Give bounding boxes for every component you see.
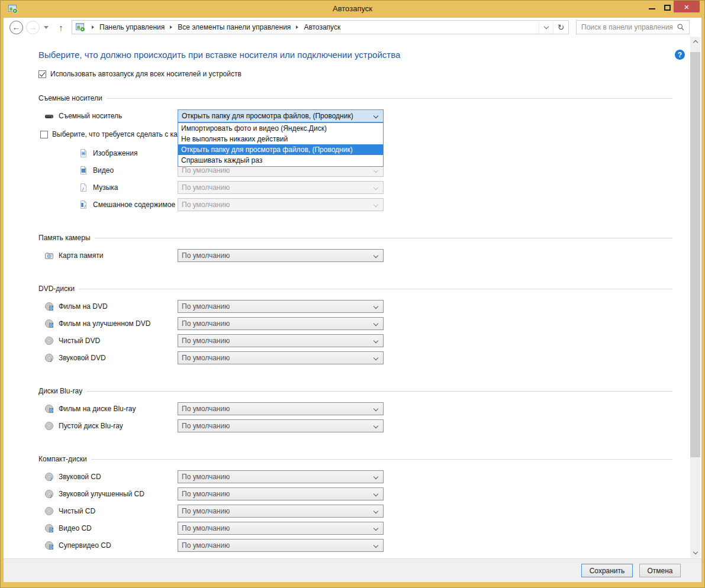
action-select[interactable]: По умолчанию	[178, 402, 384, 415]
action-select[interactable]: По умолчанию	[178, 487, 384, 500]
breadcrumb-separator-icon	[170, 25, 172, 29]
audio-disc-icon: ♪	[44, 353, 54, 363]
search-input[interactable]	[577, 23, 677, 31]
settings-section: Компакт-диски♪Звуковой CDПо умолчанию♪Зв…	[38, 454, 672, 554]
media-row-left: Чистый CD	[44, 506, 178, 516]
action-select-value: По умолчанию	[182, 507, 230, 515]
action-select-value: По умолчанию	[182, 166, 230, 175]
media-row-label: Звуковой DVD	[59, 354, 106, 362]
chevron-down-icon	[374, 321, 378, 325]
autoplay-window: Автозапуск × ← → ↑ Панель управления Все…	[0, 0, 705, 588]
use-autoplay-checkbox[interactable]	[38, 70, 46, 78]
address-dropdown-button[interactable]	[539, 21, 553, 34]
media-row-label: Съемный носитель	[59, 112, 122, 120]
media-row-label: Пустой диск Blu-ray	[59, 422, 123, 430]
chevron-down-icon	[374, 491, 378, 496]
minimize-button[interactable]	[649, 8, 655, 9]
media-row-left: ♪Смешанное содержимое	[79, 200, 178, 209]
vertical-scrollbar	[690, 37, 700, 558]
media-row-label: Чистый DVD	[59, 337, 100, 345]
section-header: Съемные носители	[38, 93, 672, 103]
blank-disc-icon	[44, 336, 54, 345]
section-title: Компакт-диски	[38, 455, 87, 463]
media-row: Фильм на улучшенном DVDПо умолчанию	[38, 315, 672, 332]
media-row-left: ♪Звуковой CD	[44, 472, 178, 482]
section-header: Память камеры	[38, 233, 672, 243]
section-title: Диски Blu-ray	[38, 387, 82, 395]
breadcrumb-separator-icon	[92, 25, 94, 29]
action-select-value: По умолчанию	[182, 490, 230, 498]
refresh-button[interactable]: ↻	[553, 21, 568, 34]
help-button[interactable]: ?	[675, 50, 685, 60]
back-button[interactable]: ←	[9, 21, 23, 34]
svg-text:♪: ♪	[83, 202, 86, 208]
media-row: Видео CDПо умолчанию	[38, 519, 672, 537]
media-row: ♪Звуковой улучшенный CDПо умолчанию	[38, 485, 672, 502]
autoplay-settings-page: Выберите, что должно происходить при вст…	[4, 37, 690, 558]
media-row: Фильм на DVDПо умолчанию	[38, 298, 672, 315]
action-select[interactable]: Открыть папку для просмотра файлов, (Про…	[178, 109, 384, 122]
scrollbar-down-button[interactable]	[690, 548, 700, 558]
breadcrumb-item-control-panel[interactable]: Панель управления	[98, 23, 166, 31]
settings-section: Съемные носителиСъемный носительОткрыть …	[38, 93, 672, 213]
media-row-label: Изображения	[93, 149, 137, 157]
action-select[interactable]: По умолчанию	[178, 317, 384, 330]
use-autoplay-label: Использовать автозапуск для всех носител…	[50, 70, 242, 78]
chevron-down-icon	[374, 113, 378, 118]
address-bar[interactable]: Панель управления Все элементы панели уп…	[72, 20, 569, 34]
svg-text:♪: ♪	[49, 356, 53, 363]
movie-disc-icon	[44, 404, 54, 413]
scrollbar-track[interactable]	[690, 47, 700, 548]
media-row-left: Фильм на улучшенном DVD	[44, 319, 178, 328]
video-file-icon	[79, 166, 88, 175]
dropdown-option[interactable]: Спрашивать каждый раз	[178, 155, 383, 166]
camera-icon	[44, 251, 54, 260]
media-row-label: Видео	[93, 166, 114, 175]
action-select-value: По умолчанию	[182, 337, 230, 345]
save-button[interactable]: Сохранить	[581, 564, 633, 577]
dropdown-option[interactable]: Не выполнять никаких действий	[178, 134, 383, 144]
maximize-button[interactable]	[664, 5, 671, 11]
media-row-left: Супервидео CD	[44, 541, 178, 550]
action-select[interactable]: По умолчанию	[178, 505, 384, 518]
up-button[interactable]: ↑	[55, 22, 67, 33]
dropdown-option[interactable]: Импортировать фото и видео (Яндекс.Диск)	[178, 123, 383, 134]
media-row-left: Карта памяти	[44, 251, 178, 260]
media-row-left: Видео CD	[44, 524, 178, 533]
section-title: DVD-диски	[38, 285, 75, 293]
window-title: Автозапуск	[0, 0, 705, 18]
action-select[interactable]: По умолчанию	[178, 522, 384, 535]
section-header: Диски Blu-ray	[38, 386, 672, 396]
blank-disc-icon	[44, 506, 54, 516]
action-select[interactable]: По умолчанию	[178, 419, 384, 432]
scrollbar-thumb[interactable]	[690, 52, 700, 457]
recent-pages-chevron-icon[interactable]	[44, 26, 49, 29]
action-select[interactable]: По умолчанию	[178, 539, 384, 552]
action-select[interactable]: По умолчанию	[178, 249, 384, 262]
media-row-label: Звуковой CD	[59, 473, 101, 481]
action-select[interactable]: По умолчанию	[178, 470, 384, 483]
breadcrumb-item-autoplay[interactable]: Автозапуск	[302, 23, 342, 31]
choose-per-media-checkbox[interactable]	[40, 131, 48, 138]
chevron-down-icon	[374, 542, 378, 547]
breadcrumb-item-all-items[interactable]: Все элементы панели управления	[176, 23, 292, 31]
action-select[interactable]: По умолчанию	[178, 300, 384, 313]
close-button[interactable]: ×	[674, 1, 700, 12]
media-row-left: Фильм на DVD	[44, 302, 178, 311]
chevron-down-icon	[374, 167, 378, 172]
scrollbar-up-button[interactable]	[690, 37, 700, 47]
movie-disc-icon	[44, 302, 54, 311]
chevron-down-icon	[374, 406, 378, 411]
content-area: Выберите, что должно происходить при вст…	[4, 37, 701, 558]
action-select-value: По умолчанию	[182, 422, 230, 430]
media-row: ♪Смешанное содержимоеПо умолчанию	[38, 196, 672, 213]
action-select[interactable]: По умолчанию	[178, 351, 384, 364]
action-select[interactable]: По умолчанию	[178, 334, 384, 347]
blank-disc-icon	[44, 421, 54, 431]
svg-text:♪: ♪	[49, 492, 53, 499]
forward-button[interactable]: →	[26, 21, 40, 34]
cancel-button[interactable]: Отмена	[639, 564, 681, 577]
chevron-down-icon	[693, 550, 697, 554]
dropdown-option[interactable]: Открыть папку для просмотра файлов, (Про…	[178, 144, 383, 155]
media-row-left: ♪Звуковой улучшенный CD	[44, 489, 178, 499]
